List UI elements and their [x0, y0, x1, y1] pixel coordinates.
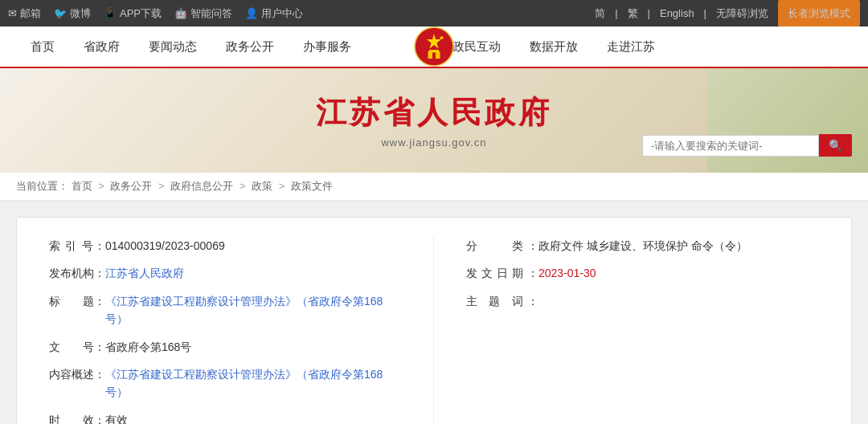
- index-label: 索 引 号：: [49, 237, 105, 255]
- search-input[interactable]: [642, 135, 819, 157]
- lang-fan[interactable]: 繁: [628, 6, 638, 21]
- lang-jian[interactable]: 简: [595, 6, 605, 21]
- doc-grid: 索 引 号： 014000319/2023-00069 发布机构： 江苏省人民政…: [41, 237, 827, 424]
- issuer-label: 发布机构：: [49, 264, 105, 282]
- nav-home[interactable]: 首页: [16, 26, 69, 67]
- doc-right-col: 分 类： 政府文件 城乡建设、环境保护 命令（令） 发文日期： 2023-01-…: [434, 237, 827, 424]
- breadcrumb-sep1: >: [98, 180, 107, 192]
- nav-news[interactable]: 要闻动态: [134, 26, 211, 67]
- breadcrumb-prefix: 当前位置：: [16, 180, 68, 192]
- user-icon: 👤: [245, 7, 258, 19]
- validity-value: 有效: [105, 411, 401, 424]
- site-title: 江苏省人民政府: [316, 92, 552, 133]
- lang-english[interactable]: English: [660, 7, 694, 19]
- breadcrumb-home[interactable]: 首页: [72, 180, 92, 192]
- svg-rect-6: [429, 50, 439, 52]
- doc-date-row: 发文日期： 2023-01-30: [466, 264, 819, 282]
- doc-issuer-row: 发布机构： 江苏省人民政府: [49, 264, 401, 282]
- nav-data-open[interactable]: 数据开放: [515, 26, 592, 67]
- breadcrumb-gov-affairs[interactable]: 政务公开: [110, 180, 152, 192]
- mail-icon: ✉: [8, 7, 17, 19]
- nav-about-jiangsu[interactable]: 走进江苏: [592, 26, 669, 67]
- user-center-link[interactable]: 👤 用户中心: [245, 6, 303, 21]
- date-label: 发文日期：: [466, 264, 538, 282]
- document-card: 索 引 号： 014000319/2023-00069 发布机构： 江苏省人民政…: [16, 217, 852, 424]
- nav-province-gov[interactable]: 省政府: [69, 26, 134, 67]
- title-label: 标 题：: [49, 292, 105, 310]
- top-bar: ✉ 邮箱 🐦 微博 📱 APP下载 🤖 智能问答 👤 用户中心 简 | 繁 | …: [0, 0, 868, 26]
- docno-value: 省政府令第168号: [105, 338, 401, 356]
- doc-index-row: 索 引 号： 014000319/2023-00069: [49, 237, 401, 255]
- top-bar-left: ✉ 邮箱 🐦 微博 📱 APP下载 🤖 智能问答 👤 用户中心: [8, 6, 595, 21]
- issuer-value[interactable]: 江苏省人民政府: [105, 264, 401, 282]
- doc-title-row: 标 题： 《江苏省建设工程勘察设计管理办法》（省政府令第168号）: [49, 292, 401, 328]
- nav-items-left: 首页 省政府 要闻动态 政务公开 办事服务: [16, 26, 438, 67]
- breadcrumb-policy-file[interactable]: 政策文件: [291, 180, 333, 192]
- nav-gov-affairs-open[interactable]: 政务公开: [211, 26, 289, 67]
- docno-label: 文 号：: [49, 338, 105, 356]
- doc-docno-row: 文 号： 省政府令第168号: [49, 338, 401, 356]
- title-value[interactable]: 《江苏省建设工程勘察设计管理办法》（省政府令第168号）: [105, 292, 401, 328]
- elder-mode-button[interactable]: 长者浏览模式: [778, 0, 860, 26]
- content-value[interactable]: 《江苏省建设工程勘察设计管理办法》（省政府令第168号）: [105, 365, 401, 402]
- ai-qa-link[interactable]: 🤖 智能问答: [174, 6, 232, 21]
- emblem-svg: [414, 26, 454, 67]
- ai-icon: 🤖: [174, 7, 187, 19]
- weibo-icon: 🐦: [54, 7, 67, 19]
- doc-left-col: 索 引 号： 014000319/2023-00069 发布机构： 江苏省人民政…: [41, 237, 434, 424]
- divider2: |: [648, 7, 650, 19]
- nav-logo: [414, 26, 454, 67]
- svg-rect-7: [432, 53, 436, 59]
- breadcrumb-bar: 当前位置： 首页 > 政务公开 > 政府信息公开 > 政策 > 政策文件: [0, 173, 868, 201]
- top-bar-right: 简 | 繁 | English | 无障碍浏览 长者浏览模式: [595, 0, 860, 26]
- divider1: |: [615, 7, 617, 19]
- content-label: 内容概述：: [49, 365, 105, 383]
- nav-services[interactable]: 办事服务: [289, 26, 366, 67]
- breadcrumb-gov-info[interactable]: 政府信息公开: [170, 180, 233, 192]
- app-download-link[interactable]: 📱 APP下载: [104, 6, 162, 21]
- header-title-block: 江苏省人民政府 www.jiangsu.gov.cn: [316, 92, 552, 149]
- site-url: www.jiangsu.gov.cn: [316, 137, 552, 149]
- doc-subject-row: 主 题 词：: [466, 292, 819, 310]
- breadcrumb-policy[interactable]: 政策: [252, 180, 272, 192]
- nav-items-right: 政民互动 数据开放 走进江苏: [438, 26, 860, 67]
- breadcrumb-sep2: >: [158, 180, 167, 192]
- divider3: |: [704, 7, 706, 19]
- search-button[interactable]: 🔍: [819, 134, 852, 157]
- doc-category-row: 分 类： 政府文件 城乡建设、环境保护 命令（令）: [466, 237, 819, 255]
- weibo-link[interactable]: 🐦 微博: [54, 6, 91, 21]
- index-value: 014000319/2023-00069: [105, 237, 401, 255]
- header-banner: 江苏省人民政府 www.jiangsu.gov.cn 🔍: [0, 68, 868, 173]
- accessibility-link[interactable]: 无障碍浏览: [716, 6, 768, 21]
- category-label: 分 类：: [466, 237, 538, 255]
- header-search: 🔍: [642, 134, 852, 157]
- category-value: 政府文件 城乡建设、环境保护 命令（令）: [538, 237, 819, 255]
- date-value: 2023-01-30: [538, 264, 819, 282]
- doc-content-row: 内容概述： 《江苏省建设工程勘察设计管理办法》（省政府令第168号）: [49, 365, 401, 402]
- doc-validity-row: 时 效： 有效: [49, 411, 401, 424]
- nav-bar: 首页 省政府 要闻动态 政务公开 办事服务 政民互动 数据开放 走进江苏: [0, 26, 868, 68]
- main-content: 索 引 号： 014000319/2023-00069 发布机构： 江苏省人民政…: [0, 201, 868, 424]
- subject-label: 主 题 词：: [466, 292, 538, 310]
- breadcrumb-sep3: >: [240, 180, 248, 192]
- validity-label: 时 效：: [49, 411, 105, 424]
- app-icon: 📱: [104, 7, 117, 19]
- mailbox-link[interactable]: ✉ 邮箱: [8, 6, 41, 21]
- breadcrumb-sep4: >: [279, 180, 288, 192]
